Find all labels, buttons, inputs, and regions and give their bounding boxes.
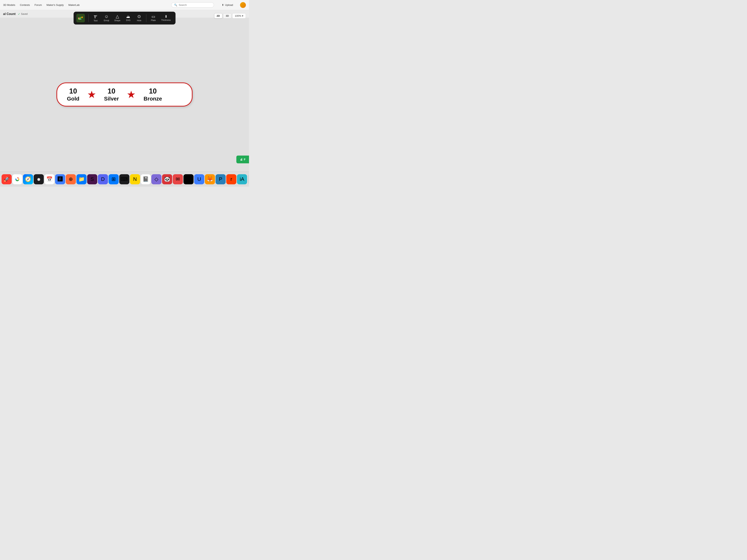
upload-button[interactable]: ⬆ Upload (222, 3, 233, 6)
saved-badge: ✓ Saved (18, 12, 28, 16)
upload-icon: ⬆ (222, 3, 224, 6)
thickness-tool-icon: ⬇ (164, 15, 168, 18)
dock-icon-spark[interactable]: ✉ (173, 174, 183, 184)
nav-3d-models[interactable]: 3D Models (3, 3, 15, 6)
tool-emoji[interactable]: ☺ Emoji (101, 13, 111, 23)
nav-makers-supply[interactable]: Maker's Supply (47, 3, 63, 6)
canvas-area[interactable]: 10 Gold ★ 10 Silver ★ 10 Bronze (0, 18, 249, 171)
search-input[interactable] (179, 3, 211, 6)
svg-point-5 (81, 17, 83, 18)
dock-icon-safari[interactable]: 🧭 (23, 174, 33, 184)
view-controls: 2D 3D 100% ▾ (214, 13, 246, 19)
zoom-button[interactable]: 100% ▾ (232, 13, 246, 19)
avatar[interactable] (240, 2, 246, 8)
silver-medal-group: 10 Silver (104, 87, 119, 102)
emoji-tool-label: Emoji (104, 19, 109, 22)
nav-makerlab[interactable]: MakerLab (68, 3, 80, 6)
dock-icon-pixelmator[interactable]: P (215, 174, 226, 184)
dock-icon-tiktok[interactable]: ♪ (183, 174, 194, 184)
nav-contests[interactable]: Contests (20, 3, 30, 6)
dock-icon-ai[interactable]: ◉ (34, 174, 44, 184)
text-tool-label: Text (94, 20, 98, 22)
dock-icon-pock[interactable]: ⊞ (108, 174, 119, 184)
tool-svg[interactable]: ⛰ SVG (123, 14, 133, 23)
dock-icon-launchpad[interactable]: 🚀 (2, 174, 12, 184)
tool-shape[interactable]: △ Shape (112, 13, 122, 23)
shape-tool-icon: △ (116, 15, 119, 19)
dock-icon-ia[interactable]: iA (237, 174, 247, 184)
bronze-medal-group: 10 Bronze (144, 87, 162, 102)
dock-icon-chrome[interactable] (12, 174, 22, 184)
dock-icon-notion[interactable]: N (130, 174, 140, 184)
dock-icon-firefox[interactable]: 🦊 (205, 174, 215, 184)
tool-text[interactable]: Tr Text (91, 13, 101, 23)
dock-icon-bear[interactable]: 🐼 (162, 174, 172, 184)
tool-hole[interactable]: ⊙ Hole (134, 13, 144, 23)
hole-tool-label: Hole (137, 19, 141, 22)
toolbar: Tr Text ☺ Emoji △ Shape ⛰ SVG ⊙ Hole ▭ P… (74, 12, 176, 25)
saved-check-icon: ✓ (18, 12, 20, 16)
dock-icon-iterm[interactable]: ⌨ (119, 174, 129, 184)
shape-tool-label: Shape (114, 19, 121, 22)
svg-tool-label: SVG (126, 19, 131, 21)
svg-tool-icon: ⛰ (126, 15, 130, 19)
view-2d-button[interactable]: 2D (214, 13, 223, 19)
silver-count: 10 (108, 87, 115, 95)
svg-point-4 (80, 19, 81, 20)
thickness-tool-label: Thickness (161, 19, 171, 21)
silver-label: Silver (104, 96, 119, 102)
hole-tool-icon: ⊙ (137, 15, 141, 19)
float-button[interactable]: 🖨 F (236, 156, 249, 163)
search-bar[interactable]: 🔍 (171, 2, 214, 7)
text-tool-icon: Tr (94, 15, 97, 19)
top-nav: 3D Models Contests Forum Maker's Supply … (0, 0, 249, 10)
gold-medal-group: 10 Gold (67, 87, 79, 102)
dock: 🚀 🧭 ◉ 📅 🅰 ⊕ 📁 S D ⊞ ⌨ N 📓 ◇ 🐼 ✉ ♪ U 🦊 P … (0, 171, 249, 187)
gold-count: 10 (69, 87, 77, 95)
dock-icon-calendar[interactable]: 📅 (44, 174, 54, 184)
plate-tool-label: Plate (151, 19, 156, 21)
search-icon: 🔍 (174, 3, 177, 6)
star-separator-1: ★ (87, 89, 96, 100)
svg-point-3 (78, 18, 79, 19)
chevron-down-icon: ▾ (242, 15, 243, 17)
page-title: al Count (3, 12, 16, 16)
dock-icon-note[interactable]: 📓 (140, 174, 151, 184)
app-icon-svg (76, 14, 85, 22)
plate-tool-icon: ▭ (152, 15, 155, 19)
float-icon: 🖨 (240, 158, 242, 161)
emoji-tool-icon: ☺ (104, 15, 108, 19)
gold-label: Gold (67, 96, 79, 102)
app-icon[interactable] (76, 14, 85, 22)
dock-icon-ulysses[interactable]: U (194, 174, 204, 184)
dock-icon-perplexity[interactable]: ⊕ (66, 174, 76, 184)
dock-icon-discord[interactable]: D (98, 174, 108, 184)
dock-icon-reeder[interactable]: r (226, 174, 236, 184)
view-3d-button[interactable]: 3D (223, 13, 231, 19)
bronze-label: Bronze (144, 96, 162, 102)
tool-plate[interactable]: ▭ Plate (148, 14, 158, 23)
svg-point-7 (17, 179, 18, 180)
dock-icon-slack[interactable]: S (87, 174, 97, 184)
dock-icon-files[interactable]: 📁 (76, 174, 86, 184)
dock-icon-obsidian[interactable]: ◇ (151, 174, 161, 184)
star-separator-2: ★ (127, 89, 136, 100)
bronze-count: 10 (149, 87, 157, 95)
medal-plate[interactable]: 10 Gold ★ 10 Silver ★ 10 Bronze (56, 82, 192, 107)
tool-thickness[interactable]: ⬇ Thickness (159, 14, 173, 22)
nav-forum[interactable]: Forum (34, 3, 42, 6)
dock-icon-appstore[interactable]: 🅰 (55, 174, 65, 184)
